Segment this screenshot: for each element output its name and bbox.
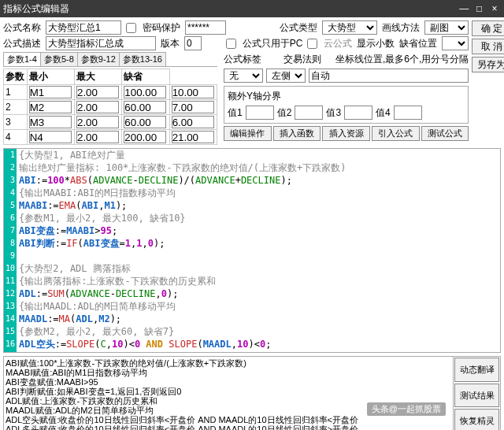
label-showdec: 显示小数 — [357, 37, 395, 50]
v4-input[interactable] — [394, 106, 422, 120]
label-name: 公式名称 — [3, 21, 41, 35]
dyntrans-button[interactable]: 动态翻译 — [454, 358, 499, 382]
minimize-icon[interactable]: — — [458, 3, 470, 14]
param-table: 参数最小最大缺省 1 2 3 4 — [3, 69, 217, 145]
tab-params-1-4[interactable]: 参数1-4 — [3, 52, 41, 66]
label-pconly: 公式只用于PC — [243, 37, 303, 50]
v3-input[interactable] — [344, 106, 372, 120]
p2-name[interactable] — [29, 101, 72, 113]
import-button[interactable]: 引入公式 — [372, 126, 420, 141]
watermark: 头条@一起抓股票 — [367, 402, 446, 416]
restore-button[interactable]: 恢复精灵 — [454, 409, 499, 430]
name-input[interactable] — [46, 20, 121, 35]
v1-input[interactable] — [246, 106, 274, 120]
test-button[interactable]: 测试公式 — [421, 126, 469, 141]
insfunc-button[interactable]: 插入函数 — [273, 126, 321, 141]
version-input[interactable] — [184, 36, 202, 50]
table-row: 2 — [4, 100, 217, 115]
coords-input[interactable] — [309, 69, 469, 83]
param-tabs: 参数1-4 参数5-8 参数9-12 参数13-16 — [3, 52, 217, 67]
window-title: 指标公式编辑器 — [3, 2, 69, 16]
defloc-select[interactable] — [442, 36, 469, 50]
tab-params-5-8[interactable]: 参数5-8 — [40, 52, 78, 66]
label-cloud: 云公式 — [324, 37, 352, 50]
insres-button[interactable]: 插入资源 — [322, 126, 370, 141]
label-defloc: 缺省位置 — [399, 37, 437, 50]
label-tag: 公式标签 — [224, 53, 261, 66]
label-type: 公式类型 — [280, 21, 317, 35]
table-row: 3 — [4, 115, 217, 130]
ok-button[interactable]: 确 定 — [472, 20, 504, 36]
titlebar: 指标公式编辑器 — □ × — [0, 0, 504, 17]
desc-input[interactable] — [46, 36, 156, 50]
extra-y-group: 额外Y轴分界 值1 值2 值3 值4 — [224, 86, 469, 124]
saveas-button[interactable]: 另存为 — [472, 57, 504, 72]
label-desc: 公式描述 — [3, 37, 41, 50]
maximize-icon[interactable]: □ — [473, 3, 486, 14]
label-pwd: 密码保护 — [143, 21, 180, 35]
pconly-checkbox[interactable] — [226, 39, 236, 49]
tab-params-9-12[interactable]: 参数9-12 — [77, 52, 120, 66]
p3-name[interactable] — [29, 116, 72, 128]
type-select[interactable]: 大势型 — [322, 20, 377, 35]
draw-select[interactable]: 副图 — [424, 20, 469, 35]
code-editor[interactable]: 1{大势型1, ABI绝对广量2输出绝对广量指标: 100*上涨家数-下跌家数的… — [3, 148, 501, 353]
side-select[interactable]: 左侧 — [266, 69, 306, 83]
p4-name[interactable] — [29, 131, 72, 143]
label-version: 版本 — [161, 37, 180, 50]
testres-button[interactable]: 测试结果 — [454, 384, 499, 408]
description-panel: ABI赋值:100*上涨家数-下跌家数的绝对值/(上涨家数+下跌家数) MAAB… — [4, 357, 453, 430]
pwd-checkbox[interactable] — [126, 23, 136, 33]
label-coords: 坐标线位置,最多6个,用分号分隔 — [335, 53, 469, 66]
label-rule: 交易法则 — [284, 53, 321, 66]
table-row: 1 — [4, 85, 217, 100]
cancel-button[interactable]: 取 消 — [472, 39, 504, 54]
cloud-checkbox[interactable] — [307, 39, 317, 49]
close-icon[interactable]: × — [488, 3, 501, 14]
editop-button[interactable]: 编辑操作 — [224, 126, 272, 141]
label-extray: 额外Y轴分界 — [228, 91, 281, 102]
tab-params-13-16[interactable]: 参数13-16 — [119, 52, 166, 66]
v2-input[interactable] — [295, 106, 323, 120]
table-row: 4 — [4, 130, 217, 145]
tag-select[interactable]: 无 — [224, 69, 263, 83]
pwd-input[interactable] — [185, 20, 226, 35]
label-draw: 画线方法 — [382, 21, 420, 35]
p1-name[interactable] — [29, 86, 72, 98]
